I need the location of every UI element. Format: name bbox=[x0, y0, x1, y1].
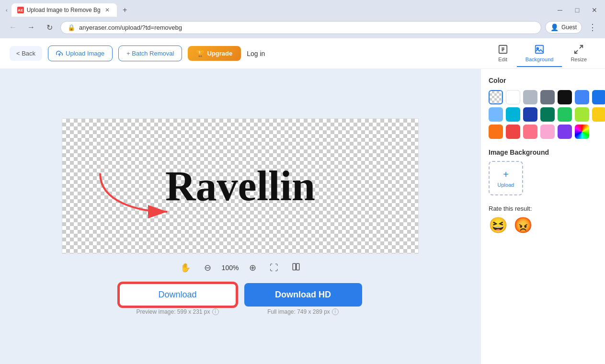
zoom-out-button[interactable]: ⊖ bbox=[201, 261, 214, 275]
upload-image-label: Upload Image bbox=[66, 50, 104, 57]
canvas-area: Ravellin ✋ ⊖ 100% ⊕ ⛶ bbox=[0, 69, 480, 364]
color-swatch-blue-light[interactable] bbox=[489, 107, 503, 122]
download-row: Download Preview image: 599 x 231 px i D… bbox=[119, 283, 362, 315]
color-swatch-pink[interactable] bbox=[540, 125, 555, 139]
edit-tool[interactable]: Edit bbox=[489, 40, 517, 67]
signature-image: Ravellin bbox=[165, 162, 315, 210]
edit-tool-label: Edit bbox=[498, 57, 507, 62]
color-swatch-pink-light[interactable] bbox=[523, 125, 537, 139]
svg-rect-7 bbox=[293, 263, 296, 270]
color-swatch-yellow-green[interactable] bbox=[575, 107, 589, 122]
background-tool-label: Background bbox=[525, 57, 554, 62]
forward-nav-button[interactable]: → bbox=[24, 20, 38, 34]
browser-menu-button[interactable]: ⋮ bbox=[586, 21, 599, 34]
tab-bar: ‹ AE Upload Image to Remove Bg ✕ + bbox=[4, 3, 550, 17]
upload-bg-label: Upload bbox=[498, 182, 514, 188]
split-view-button[interactable] bbox=[289, 261, 303, 275]
active-tab[interactable]: AE Upload Image to Remove Bg ✕ bbox=[11, 3, 117, 17]
download-col: Download Preview image: 599 x 231 px i bbox=[119, 283, 237, 315]
tool-icons: Edit Background Resize bbox=[489, 40, 595, 67]
tab-title: Upload Image to Remove Bg bbox=[27, 7, 101, 13]
profile-label: Guest bbox=[561, 24, 577, 31]
main-area: Ravellin ✋ ⊖ 100% ⊕ ⛶ bbox=[0, 69, 605, 364]
angry-rating-button[interactable]: 😡 bbox=[514, 216, 533, 234]
window-controls: ─ □ ✕ bbox=[553, 3, 601, 17]
fullscreen-button[interactable]: ⛶ bbox=[267, 261, 281, 275]
resize-tool[interactable]: Resize bbox=[562, 40, 595, 67]
upload-image-button[interactable]: Upload Image bbox=[48, 46, 113, 61]
url-text: anyeraser.com/upload/?td=removebg bbox=[79, 24, 534, 31]
color-swatch-dark-gray[interactable] bbox=[540, 90, 555, 104]
zoom-in-button[interactable]: ⊕ bbox=[246, 261, 259, 275]
tab-scroll-left[interactable]: ‹ bbox=[4, 6, 10, 14]
upgrade-button[interactable]: 🏆 Upgrade bbox=[188, 46, 241, 61]
svg-line-5 bbox=[575, 50, 578, 53]
login-button[interactable]: Log in bbox=[247, 50, 265, 57]
svg-line-4 bbox=[580, 45, 582, 48]
full-info-icon[interactable]: i bbox=[332, 308, 339, 315]
download-hd-button[interactable]: Download HD bbox=[244, 283, 362, 307]
rate-section: Rate this result: 😆 😡 bbox=[489, 205, 597, 234]
color-swatch-black[interactable] bbox=[558, 90, 572, 104]
tab-close-button[interactable]: ✕ bbox=[103, 6, 111, 14]
tab-favicon: AE bbox=[17, 7, 24, 13]
svg-rect-8 bbox=[297, 263, 299, 270]
close-button[interactable]: ✕ bbox=[588, 3, 601, 17]
color-section-title: Color bbox=[489, 77, 597, 84]
reload-button[interactable]: ↻ bbox=[42, 20, 57, 34]
color-swatch-purple[interactable] bbox=[558, 125, 572, 139]
app-toolbar: < Back Upload Image + Batch Removal 🏆 Up… bbox=[0, 38, 605, 69]
pan-tool-button[interactable]: ✋ bbox=[177, 261, 194, 275]
right-panel: Color bbox=[480, 69, 605, 364]
maximize-button[interactable]: □ bbox=[571, 3, 584, 17]
title-bar: ‹ AE Upload Image to Remove Bg ✕ + ─ □ ✕ bbox=[0, 0, 605, 17]
back-button[interactable]: < Back bbox=[10, 46, 42, 61]
rate-title: Rate this result: bbox=[489, 205, 597, 212]
new-tab-button[interactable]: + bbox=[119, 4, 131, 16]
background-tool[interactable]: Background bbox=[517, 40, 562, 67]
color-swatch-green-bright[interactable] bbox=[558, 107, 572, 122]
happy-rating-button[interactable]: 😆 bbox=[489, 216, 508, 234]
color-swatch-teal[interactable] bbox=[506, 107, 520, 122]
color-swatch-green-dark[interactable] bbox=[540, 107, 555, 122]
address-bar: ← → ↻ 🔒 anyeraser.com/upload/?td=removeb… bbox=[0, 17, 605, 38]
full-info: Full image: 749 x 289 px i bbox=[267, 308, 339, 315]
color-swatch-light-gray[interactable] bbox=[523, 90, 537, 104]
controls-bar: ✋ ⊖ 100% ⊕ ⛶ bbox=[177, 261, 304, 275]
upload-bg-plus-icon: + bbox=[503, 169, 509, 180]
minimize-button[interactable]: ─ bbox=[553, 3, 567, 17]
download-hd-col: Download HD Full image: 749 x 289 px i bbox=[244, 283, 362, 315]
color-swatch-white[interactable] bbox=[506, 90, 520, 104]
color-grid bbox=[489, 90, 597, 139]
emoji-row: 😆 😡 bbox=[489, 216, 597, 234]
color-swatch-navy[interactable] bbox=[523, 107, 537, 122]
zoom-level: 100% bbox=[222, 264, 239, 272]
download-button[interactable]: Download bbox=[119, 283, 237, 307]
color-swatch-blue-med[interactable] bbox=[592, 90, 605, 104]
preview-info: Preview image: 599 x 231 px i bbox=[136, 308, 218, 315]
app-container: < Back Upload Image + Batch Removal 🏆 Up… bbox=[0, 38, 605, 364]
preview-info-icon[interactable]: i bbox=[212, 308, 219, 315]
color-swatch-transparent[interactable] bbox=[489, 90, 503, 104]
color-swatch-yellow[interactable] bbox=[592, 107, 605, 122]
download-area: Download Preview image: 599 x 231 px i D… bbox=[62, 283, 419, 315]
color-swatch-red[interactable] bbox=[506, 125, 520, 139]
image-preview: Ravellin bbox=[62, 118, 419, 254]
url-bar[interactable]: 🔒 anyeraser.com/upload/?td=removebg bbox=[60, 21, 541, 34]
image-bg-title: Image Background bbox=[489, 148, 597, 156]
upgrade-label: Upgrade bbox=[207, 50, 232, 57]
batch-removal-label: + Batch Removal bbox=[126, 50, 174, 57]
resize-tool-label: Resize bbox=[571, 57, 587, 62]
color-swatch-gradient[interactable] bbox=[575, 125, 589, 139]
back-nav-button[interactable]: ← bbox=[6, 20, 20, 34]
upload-background-button[interactable]: + Upload bbox=[489, 161, 523, 195]
color-swatch-orange[interactable] bbox=[489, 125, 503, 139]
color-swatch-blue-bright[interactable] bbox=[575, 90, 589, 104]
profile-button[interactable]: 👤 Guest bbox=[545, 21, 582, 34]
svg-rect-2 bbox=[536, 45, 544, 53]
canvas-wrapper: Ravellin ✋ ⊖ 100% ⊕ ⛶ bbox=[62, 118, 419, 315]
batch-removal-button[interactable]: + Batch Removal bbox=[118, 46, 182, 61]
